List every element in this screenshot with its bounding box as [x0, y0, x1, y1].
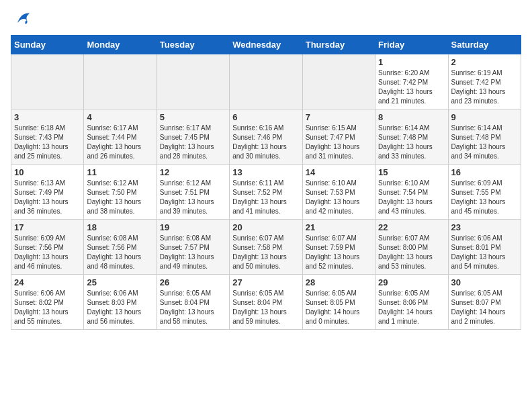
- weekday-header-monday: Monday: [84, 36, 157, 54]
- day-info: Sunrise: 6:16 AM Sunset: 7:46 PM Dayligh…: [232, 124, 299, 161]
- day-info: Sunrise: 6:08 AM Sunset: 7:56 PM Dayligh…: [87, 234, 153, 271]
- day-number: 28: [306, 277, 372, 287]
- weekday-header-tuesday: Tuesday: [157, 36, 229, 54]
- day-number: 25: [87, 277, 153, 287]
- day-info: Sunrise: 6:09 AM Sunset: 7:56 PM Dayligh…: [14, 234, 81, 271]
- calendar-cell: 7Sunrise: 6:15 AM Sunset: 7:47 PM Daylig…: [302, 109, 375, 165]
- logo-bird-icon: [12, 11, 31, 28]
- calendar-cell: 20Sunrise: 6:07 AM Sunset: 7:58 PM Dayli…: [230, 220, 302, 275]
- day-number: 6: [232, 112, 299, 122]
- weekday-header-sunday: Sunday: [11, 36, 84, 54]
- day-number: 3: [14, 112, 81, 122]
- day-number: 24: [14, 277, 81, 287]
- calendar-cell: 30Sunrise: 6:05 AM Sunset: 8:07 PM Dayli…: [448, 275, 521, 330]
- calendar-cell: 14Sunrise: 6:10 AM Sunset: 7:53 PM Dayli…: [302, 165, 375, 220]
- header: [11, 11, 521, 28]
- day-number: 12: [160, 167, 226, 177]
- day-info: Sunrise: 6:07 AM Sunset: 7:59 PM Dayligh…: [306, 234, 372, 271]
- calendar-week-row: 3Sunrise: 6:18 AM Sunset: 7:43 PM Daylig…: [11, 109, 521, 165]
- day-info: Sunrise: 6:14 AM Sunset: 7:48 PM Dayligh…: [451, 124, 518, 161]
- day-number: 7: [306, 112, 372, 122]
- day-number: 23: [451, 222, 518, 232]
- calendar-cell: 11Sunrise: 6:12 AM Sunset: 7:50 PM Dayli…: [84, 165, 157, 220]
- day-number: 20: [232, 222, 299, 232]
- day-info: Sunrise: 6:09 AM Sunset: 7:55 PM Dayligh…: [451, 179, 518, 216]
- calendar-week-row: 24Sunrise: 6:06 AM Sunset: 8:02 PM Dayli…: [11, 275, 521, 330]
- day-info: Sunrise: 6:10 AM Sunset: 7:53 PM Dayligh…: [306, 179, 372, 216]
- weekday-header-thursday: Thursday: [302, 36, 375, 54]
- day-info: Sunrise: 6:14 AM Sunset: 7:48 PM Dayligh…: [378, 124, 445, 161]
- day-info: Sunrise: 6:05 AM Sunset: 8:05 PM Dayligh…: [306, 289, 372, 326]
- day-number: 30: [451, 277, 518, 287]
- calendar-cell: 26Sunrise: 6:05 AM Sunset: 8:04 PM Dayli…: [157, 275, 229, 330]
- day-info: Sunrise: 6:13 AM Sunset: 7:49 PM Dayligh…: [14, 179, 81, 216]
- day-number: 15: [378, 167, 445, 177]
- day-info: Sunrise: 6:12 AM Sunset: 7:51 PM Dayligh…: [160, 179, 226, 216]
- calendar-cell: 21Sunrise: 6:07 AM Sunset: 7:59 PM Dayli…: [302, 220, 375, 275]
- calendar-cell: 12Sunrise: 6:12 AM Sunset: 7:51 PM Dayli…: [157, 165, 229, 220]
- calendar-cell: 23Sunrise: 6:06 AM Sunset: 8:01 PM Dayli…: [448, 220, 521, 275]
- day-number: 1: [378, 57, 445, 67]
- calendar-cell: 8Sunrise: 6:14 AM Sunset: 7:48 PM Daylig…: [375, 109, 448, 165]
- calendar-cell: 25Sunrise: 6:06 AM Sunset: 8:03 PM Dayli…: [84, 275, 157, 330]
- calendar-week-row: 17Sunrise: 6:09 AM Sunset: 7:56 PM Dayli…: [11, 220, 521, 275]
- day-info: Sunrise: 6:12 AM Sunset: 7:50 PM Dayligh…: [87, 179, 153, 216]
- calendar-cell: 27Sunrise: 6:05 AM Sunset: 8:04 PM Dayli…: [230, 275, 302, 330]
- calendar-cell: 3Sunrise: 6:18 AM Sunset: 7:43 PM Daylig…: [11, 109, 84, 165]
- day-number: 8: [378, 112, 445, 122]
- calendar-week-row: 10Sunrise: 6:13 AM Sunset: 7:49 PM Dayli…: [11, 165, 521, 220]
- day-info: Sunrise: 6:17 AM Sunset: 7:45 PM Dayligh…: [160, 124, 226, 161]
- weekday-header-friday: Friday: [375, 36, 448, 54]
- calendar-cell: 2Sunrise: 6:19 AM Sunset: 7:42 PM Daylig…: [448, 54, 521, 109]
- day-info: Sunrise: 6:06 AM Sunset: 8:01 PM Dayligh…: [451, 234, 518, 271]
- day-number: 26: [160, 277, 226, 287]
- day-number: 9: [451, 112, 518, 122]
- day-info: Sunrise: 6:07 AM Sunset: 7:58 PM Dayligh…: [232, 234, 299, 271]
- day-number: 5: [160, 112, 226, 122]
- calendar-week-row: 1Sunrise: 6:20 AM Sunset: 7:42 PM Daylig…: [11, 54, 521, 109]
- calendar-cell: [157, 54, 229, 109]
- day-info: Sunrise: 6:11 AM Sunset: 7:52 PM Dayligh…: [232, 179, 299, 216]
- day-number: 4: [87, 112, 153, 122]
- day-info: Sunrise: 6:06 AM Sunset: 8:02 PM Dayligh…: [14, 289, 81, 326]
- calendar-cell: 10Sunrise: 6:13 AM Sunset: 7:49 PM Dayli…: [11, 165, 84, 220]
- calendar-cell: 17Sunrise: 6:09 AM Sunset: 7:56 PM Dayli…: [11, 220, 84, 275]
- day-number: 21: [306, 222, 372, 232]
- calendar-cell: 4Sunrise: 6:17 AM Sunset: 7:44 PM Daylig…: [84, 109, 157, 165]
- calendar-cell: 22Sunrise: 6:07 AM Sunset: 8:00 PM Dayli…: [375, 220, 448, 275]
- calendar-cell: 16Sunrise: 6:09 AM Sunset: 7:55 PM Dayli…: [448, 165, 521, 220]
- day-info: Sunrise: 6:10 AM Sunset: 7:54 PM Dayligh…: [378, 179, 445, 216]
- calendar-cell: 1Sunrise: 6:20 AM Sunset: 7:42 PM Daylig…: [375, 54, 448, 109]
- calendar-cell: 24Sunrise: 6:06 AM Sunset: 8:02 PM Dayli…: [11, 275, 84, 330]
- logo: [11, 11, 31, 28]
- weekday-header-saturday: Saturday: [448, 36, 521, 54]
- calendar-cell: 28Sunrise: 6:05 AM Sunset: 8:05 PM Dayli…: [302, 275, 375, 330]
- calendar-cell: 9Sunrise: 6:14 AM Sunset: 7:48 PM Daylig…: [448, 109, 521, 165]
- calendar-cell: [11, 54, 84, 109]
- day-info: Sunrise: 6:19 AM Sunset: 7:42 PM Dayligh…: [451, 68, 518, 106]
- day-number: 22: [378, 222, 445, 232]
- day-info: Sunrise: 6:05 AM Sunset: 8:06 PM Dayligh…: [378, 289, 445, 326]
- day-number: 2: [451, 57, 518, 67]
- day-number: 27: [232, 277, 299, 287]
- calendar-cell: 15Sunrise: 6:10 AM Sunset: 7:54 PM Dayli…: [375, 165, 448, 220]
- calendar-cell: [230, 54, 302, 109]
- day-info: Sunrise: 6:05 AM Sunset: 8:07 PM Dayligh…: [451, 289, 518, 326]
- calendar-cell: 13Sunrise: 6:11 AM Sunset: 7:52 PM Dayli…: [230, 165, 302, 220]
- day-info: Sunrise: 6:20 AM Sunset: 7:42 PM Dayligh…: [378, 68, 445, 106]
- day-number: 11: [87, 167, 153, 177]
- day-number: 17: [14, 222, 81, 232]
- weekday-header-wednesday: Wednesday: [230, 36, 302, 54]
- day-number: 19: [160, 222, 226, 232]
- day-info: Sunrise: 6:06 AM Sunset: 8:03 PM Dayligh…: [87, 289, 153, 326]
- day-number: 29: [378, 277, 445, 287]
- day-number: 10: [14, 167, 81, 177]
- calendar-cell: 18Sunrise: 6:08 AM Sunset: 7:56 PM Dayli…: [84, 220, 157, 275]
- calendar-cell: [84, 54, 157, 109]
- day-number: 18: [87, 222, 153, 232]
- calendar-table: SundayMondayTuesdayWednesdayThursdayFrid…: [11, 35, 521, 330]
- day-info: Sunrise: 6:08 AM Sunset: 7:57 PM Dayligh…: [160, 234, 226, 271]
- day-info: Sunrise: 6:17 AM Sunset: 7:44 PM Dayligh…: [87, 124, 153, 161]
- calendar-cell: [302, 54, 375, 109]
- weekday-header-row: SundayMondayTuesdayWednesdayThursdayFrid…: [11, 36, 521, 54]
